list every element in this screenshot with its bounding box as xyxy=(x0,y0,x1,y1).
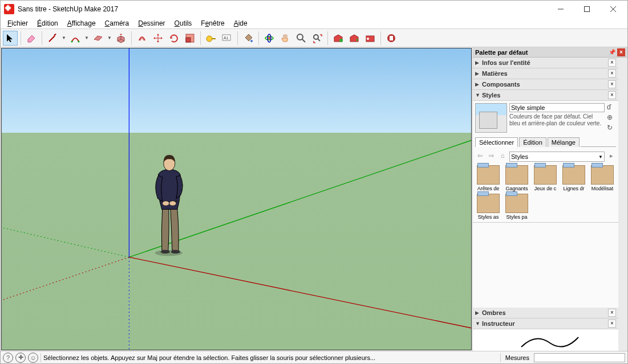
nav-forward-icon[interactable]: ⇨ xyxy=(487,152,496,161)
svg-rect-9 xyxy=(186,38,191,42)
style-description: Couleurs de face par défaut. Ciel bleu e… xyxy=(509,113,605,127)
extension-warehouse-tool[interactable] xyxy=(363,31,378,46)
menu-affichage[interactable]: Affichage xyxy=(63,19,100,28)
svg-line-19 xyxy=(302,39,305,42)
panel-components-close[interactable]: × xyxy=(608,80,616,88)
style-folder[interactable]: Gagnants xyxy=(504,165,530,191)
style-folder[interactable]: Jeux de c xyxy=(532,165,558,191)
paint-bucket-tool[interactable] xyxy=(241,31,256,46)
eraser-tool[interactable] xyxy=(24,31,39,46)
move-tool[interactable] xyxy=(151,31,165,46)
warehouse-get-tool[interactable] xyxy=(331,31,346,46)
folder-label: Jeux de c xyxy=(532,186,558,191)
layout-tool[interactable] xyxy=(384,31,399,46)
style-tab-edit[interactable]: Édition xyxy=(519,137,546,147)
menu-édition[interactable]: Édition xyxy=(33,19,63,28)
menu-aide[interactable]: Aide xyxy=(229,19,252,28)
geo-icon[interactable]: ✚ xyxy=(15,353,26,363)
style-update-icon[interactable]: ↻ xyxy=(607,124,616,132)
panel-instructor-header[interactable]: ▼ Instructeur × xyxy=(473,318,618,329)
tray-title: Palette par défaut xyxy=(475,49,528,56)
measure-input[interactable] xyxy=(534,353,625,362)
nav-home-icon[interactable]: ⌂ xyxy=(498,152,507,161)
style-folder[interactable]: Lignes dr xyxy=(561,165,587,191)
panel-entity-header[interactable]: ▶ Infos sur l'entité × xyxy=(473,58,618,68)
app-window: Sans titre - SketchUp Make 2017 FichierÉ… xyxy=(0,0,628,364)
folder-icon xyxy=(534,165,557,185)
arc-tool[interactable] xyxy=(68,31,83,46)
pushpull-tool[interactable] xyxy=(114,31,128,46)
panel-shadows-header[interactable]: ▶ Ombres × xyxy=(473,308,618,318)
viewport-3d[interactable] xyxy=(1,48,472,350)
svg-point-34 xyxy=(171,250,180,253)
tray-close-button[interactable]: × xyxy=(617,48,625,56)
panel-components-header[interactable]: ▶ Composants × xyxy=(473,79,618,90)
rectangle-tool-dropdown[interactable]: ▼ xyxy=(107,35,112,40)
menu-dessiner[interactable]: Dessiner xyxy=(133,19,169,28)
panel-instructor-close[interactable]: × xyxy=(608,320,616,328)
svg-point-10 xyxy=(206,36,212,42)
style-folder[interactable]: Modélisat xyxy=(589,165,615,191)
panel-materials-header[interactable]: ▶ Matières × xyxy=(473,68,618,79)
tape-measure-tool[interactable] xyxy=(204,31,218,46)
panel-instructor-label: Instructeur xyxy=(482,320,608,327)
select-tool[interactable] xyxy=(3,31,18,46)
tray-pin-icon[interactable]: 📌 xyxy=(608,48,616,56)
svg-point-18 xyxy=(297,34,303,40)
chevron-down-icon: ▼ xyxy=(598,154,603,159)
panel-components-label: Composants xyxy=(482,81,608,88)
rectangle-tool[interactable] xyxy=(91,31,106,46)
warehouse-send-tool[interactable] xyxy=(347,31,362,46)
minimize-button[interactable] xyxy=(548,1,574,18)
arc-tool-dropdown[interactable]: ▼ xyxy=(84,35,90,40)
maximize-button[interactable] xyxy=(574,1,600,18)
line-tool[interactable] xyxy=(45,31,60,46)
credits-icon[interactable]: ☺ xyxy=(28,353,38,363)
tray-scrollbar[interactable] xyxy=(618,58,627,351)
zoom-extents-tool[interactable] xyxy=(310,31,325,46)
svg-line-30 xyxy=(2,257,129,300)
styles-folder-grid: Arêtes deGagnantsJeux de cLignes drModél… xyxy=(475,165,616,220)
panel-entity-label: Infos sur l'entité xyxy=(482,59,608,66)
styles-collection-select[interactable]: Styles ▼ xyxy=(509,152,605,162)
style-name-input[interactable] xyxy=(509,103,605,112)
style-folder[interactable]: Styles as xyxy=(475,194,501,220)
zoom-tool[interactable] xyxy=(294,31,309,46)
style-folder[interactable]: Arêtes de xyxy=(475,165,501,191)
panel-shadows-close[interactable]: × xyxy=(608,309,616,317)
style-folder[interactable]: Styles pa xyxy=(504,194,530,220)
folder-label: Modélisat xyxy=(589,186,615,191)
offset-tool[interactable] xyxy=(135,31,149,46)
measure-label: Mesures xyxy=(503,354,532,361)
styles-collection-value: Styles xyxy=(511,153,528,160)
orbit-tool[interactable] xyxy=(262,31,277,46)
menu-outils[interactable]: Outils xyxy=(170,19,197,28)
line-tool-dropdown[interactable]: ▼ xyxy=(61,35,67,40)
style-tab-mix[interactable]: Mélange xyxy=(548,137,580,147)
menu-fichier[interactable]: Fichier xyxy=(3,19,33,28)
panel-styles-header[interactable]: ▼ Styles × xyxy=(473,90,618,101)
window-close-button[interactable] xyxy=(600,1,626,18)
style-create-icon[interactable]: ⊕ xyxy=(607,113,616,121)
pan-tool[interactable] xyxy=(278,31,293,46)
menu-fenêtre[interactable]: Fenêtre xyxy=(196,19,229,28)
panel-styles-close[interactable]: × xyxy=(608,91,616,99)
style-thumbnail[interactable] xyxy=(475,103,507,133)
style-tab-select[interactable]: Sélectionner xyxy=(475,137,518,147)
menubar: FichierÉditionAffichageCaméraDessinerOut… xyxy=(1,18,627,29)
style-display-icon[interactable]: ď xyxy=(607,103,616,111)
help-icon[interactable]: ? xyxy=(3,353,13,363)
folder-label: Styles as xyxy=(475,214,501,220)
text-tool[interactable]: A1 xyxy=(220,31,234,46)
folder-label: Arêtes de xyxy=(475,186,501,191)
menu-caméra[interactable]: Caméra xyxy=(100,19,134,28)
nav-back-icon[interactable]: ⇦ xyxy=(475,152,484,161)
panel-entity-close[interactable]: × xyxy=(608,59,616,67)
folder-label: Styles pa xyxy=(504,214,530,220)
details-toggle-icon[interactable]: ▸ xyxy=(607,152,616,161)
svg-rect-37 xyxy=(175,201,177,202)
scale-tool[interactable] xyxy=(183,31,197,46)
panel-materials-close[interactable]: × xyxy=(608,69,616,77)
svg-point-24 xyxy=(367,38,369,40)
rotate-tool[interactable] xyxy=(167,31,181,46)
